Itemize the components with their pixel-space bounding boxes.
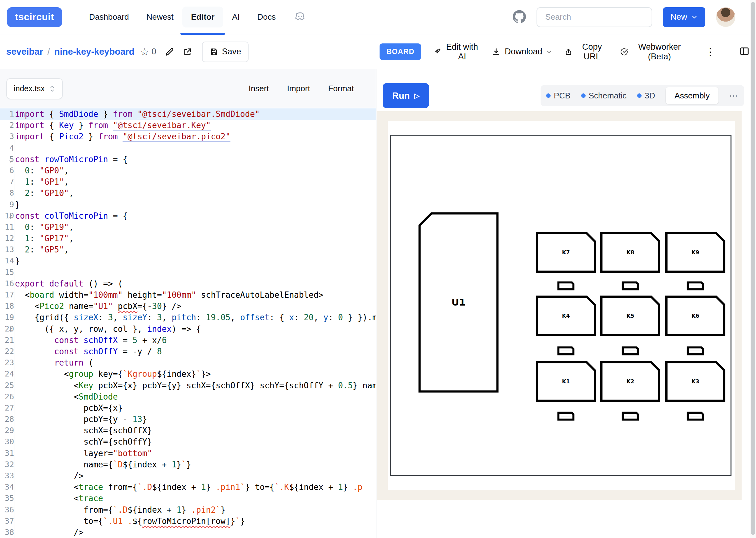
code-line[interactable]: 36 from={`.D${index + 1} .pin2`}	[0, 504, 376, 515]
nav-item-dashboard[interactable]: Dashboard	[80, 7, 138, 27]
page-scrollbar[interactable]	[750, 0, 756, 538]
code-text[interactable]: <trace from={`.D${index + 1} .pin1`} to=…	[14, 481, 362, 493]
code-line[interactable]: 10⌄const colToMicroPin = {	[0, 210, 376, 222]
run-button[interactable]: Run ▷	[383, 83, 429, 108]
code-line[interactable]: 2import { Key } from "@tsci/seveibar.Key…	[0, 120, 376, 131]
code-line[interactable]: 35 <trace	[0, 493, 376, 504]
code-text[interactable]: to={`.U1 .${rowToMicroPin[row]}`}	[14, 515, 245, 527]
code-text[interactable]: layer="bottom"	[14, 448, 152, 459]
search-input[interactable]	[537, 7, 652, 27]
rename-button[interactable]	[164, 47, 174, 57]
code-text[interactable]: <trace	[14, 493, 103, 504]
code-text[interactable]: import { Key } from "@tsci/seveibar.Key"	[14, 120, 211, 131]
code-line[interactable]: 23 return (	[0, 357, 376, 368]
more-options-button[interactable]: ⋮	[705, 46, 715, 58]
edit-with-ai-button[interactable]: Edit with AI	[434, 42, 479, 62]
discord-icon[interactable]	[294, 10, 306, 24]
nav-item-editor[interactable]: Editor	[182, 7, 223, 27]
code-line[interactable]: 32 name={`D${index + 1}`}	[0, 459, 376, 470]
tab-3d[interactable]: 3D	[637, 91, 655, 101]
code-text[interactable]: from={`.D${index + 1} .pin2`}	[14, 504, 225, 515]
nav-item-newest[interactable]: Newest	[138, 7, 182, 27]
tscircuit-logo[interactable]: tscircuit	[7, 7, 62, 27]
code-text[interactable]: export default () => (	[14, 278, 123, 289]
download-button[interactable]: Download	[492, 47, 552, 57]
code-line[interactable]: 12 1: "GP17",	[0, 233, 376, 244]
code-text[interactable]: const schOffX = 5 + x/6	[14, 335, 167, 346]
code-line[interactable]: 14}	[0, 255, 376, 266]
view-tabs-more[interactable]: ⋯	[729, 90, 738, 101]
code-line[interactable]: 16export default () => (	[0, 278, 376, 289]
code-text[interactable]: ({ x, y, row, col }, index) => {	[14, 323, 201, 335]
new-button[interactable]: New	[663, 7, 705, 27]
star-counter[interactable]: ☆ 0	[140, 46, 156, 58]
code-line[interactable]: 3import { Pico2 } from "@tsci/seveibar.p…	[0, 131, 376, 142]
save-button[interactable]: Save	[202, 41, 249, 62]
code-line[interactable]: 38 />	[0, 527, 376, 538]
github-icon[interactable]	[513, 10, 526, 25]
nav-item-docs[interactable]: Docs	[249, 7, 284, 27]
file-tab-select[interactable]: index.tsx	[6, 78, 63, 99]
code-line[interactable]: 5⌄const rowToMicroPin = {	[0, 154, 376, 165]
fold-arrow-icon[interactable]: ⌄	[9, 324, 13, 335]
code-text[interactable]: 1: "GP17",	[14, 233, 74, 244]
copy-url-button[interactable]: Copy URL	[565, 42, 608, 62]
code-line[interactable]: 27 pcbX={x}	[0, 403, 376, 414]
code-line[interactable]: 4	[0, 142, 376, 154]
code-text[interactable]: }	[14, 199, 20, 210]
tab-assembly[interactable]: Assembly	[666, 87, 719, 104]
code-text[interactable]: const colToMicroPin = {	[14, 210, 128, 222]
code-text[interactable]: schY={schOffY}	[14, 436, 152, 448]
code-line[interactable]: 29 schX={schOffX}	[0, 425, 376, 436]
code-text[interactable]: <Pico2 name="U1" pcbX={-30} />	[14, 300, 181, 312]
code-line[interactable]: 9}	[0, 199, 376, 210]
tab-pcb[interactable]: PCB	[546, 91, 570, 101]
code-text[interactable]: schX={schOffX}	[14, 425, 152, 436]
avatar[interactable]	[716, 8, 735, 27]
code-text[interactable]: {grid({ sizeX: 3, sizeY: 3, pitch: 19.05…	[14, 312, 376, 323]
owner-link[interactable]: seveibar	[6, 47, 43, 57]
assembly-canvas[interactable]: U1K7K8K9K4K5K6K1K2K3	[388, 121, 735, 490]
code-text[interactable]: />	[14, 470, 84, 481]
code-line[interactable]: 11 0: "GP19",	[0, 222, 376, 233]
code-text[interactable]: 2: "GP5",	[14, 244, 69, 255]
code-text[interactable]: const rowToMicroPin = {	[14, 154, 128, 165]
code-line[interactable]: 18 <Pico2 name="U1" pcbX={-30} />	[0, 300, 376, 312]
code-text[interactable]: pcbX={x}	[14, 403, 123, 414]
code-text[interactable]: 0: "GP19",	[14, 222, 74, 233]
code-line[interactable]: 34 <trace from={`.D${index + 1} .pin1`} …	[0, 481, 376, 493]
code-line[interactable]: 26 <SmdDiode	[0, 391, 376, 403]
code-text[interactable]: const schOffY = -y / 8	[14, 346, 162, 357]
insert-menu[interactable]: Insert	[249, 84, 269, 93]
fold-arrow-icon[interactable]: ⌄	[9, 211, 13, 222]
code-line[interactable]: 28 pcbY={y - 13}	[0, 414, 376, 425]
code-line[interactable]: 7 1: "GP1",	[0, 176, 376, 188]
toggle-panel-button[interactable]	[739, 46, 750, 58]
code-line[interactable]: 30 schY={schOffY}	[0, 436, 376, 448]
code-text[interactable]: }	[14, 255, 20, 266]
board-badge[interactable]: BOARD	[379, 43, 421, 60]
fold-arrow-icon[interactable]: ⌄	[9, 154, 13, 165]
code-text[interactable]: import { Pico2 } from "@tsci/seveibar.pi…	[14, 131, 230, 142]
code-line[interactable]: 37 to={`.U1 .${rowToMicroPin[row]}`}	[0, 515, 376, 527]
tab-schematic[interactable]: Schematic	[581, 91, 626, 101]
code-line[interactable]: 6 0: "GP0",	[0, 165, 376, 176]
import-menu[interactable]: Import	[287, 84, 310, 93]
code-line[interactable]: 25 <Key pcbX={x} pcbY={y} schX={schOffX}…	[0, 380, 376, 391]
code-text[interactable]: <board width="100mm" height="100mm" schT…	[14, 289, 323, 300]
code-text[interactable]: <SmdDiode	[14, 391, 118, 403]
code-line[interactable]: 1import { SmdDiode } from "@tsci/seveiba…	[0, 108, 376, 120]
open-external-button[interactable]	[183, 47, 193, 57]
format-menu[interactable]: Format	[328, 84, 354, 93]
code-line[interactable]: 13 2: "GP5",	[0, 244, 376, 255]
code-line[interactable]: 8 2: "GP10",	[0, 188, 376, 199]
code-line[interactable]: 15	[0, 267, 376, 278]
code-text[interactable]: 2: "GP10",	[14, 188, 74, 199]
code-text[interactable]: name={`D${index + 1}`}	[14, 459, 191, 470]
code-text[interactable]: 0: "GP0",	[14, 165, 69, 176]
code-text[interactable]: <Key pcbX={x} pcbY={y} schX={schOffX} sc…	[14, 380, 376, 391]
code-text[interactable]: 1: "GP1",	[14, 176, 69, 188]
code-line[interactable]: 22 const schOffY = -y / 8	[0, 346, 376, 357]
code-line[interactable]: 19 {grid({ sizeX: 3, sizeY: 3, pitch: 19…	[0, 312, 376, 323]
code-text[interactable]: import { SmdDiode } from "@tsci/seveibar…	[14, 108, 260, 120]
